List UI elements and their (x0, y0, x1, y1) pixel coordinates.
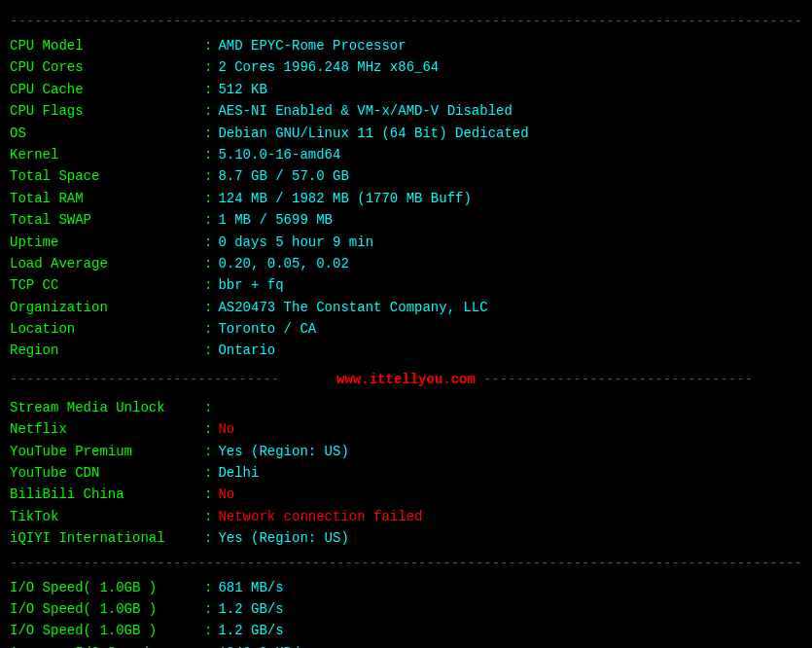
youtube-premium-colon: : (204, 441, 212, 462)
cpu-flags-value: AES-NI Enabled & VM-x/AMD-V Disabled (218, 100, 512, 122)
load-average-label: Load Average (10, 253, 204, 274)
total-ram-colon: : (204, 188, 212, 209)
youtube-cdn-row: YouTube CDN : Delhi (10, 462, 802, 484)
tcp-cc-value: bbr + fq (218, 274, 283, 296)
total-space-label: Total Space (10, 165, 204, 187)
netflix-label: Netflix (10, 418, 204, 440)
stream-media-section: Stream Media Unlock : Netflix : No YouTu… (10, 397, 802, 550)
youtube-cdn-value: Delhi (218, 462, 259, 484)
region-colon: : (204, 340, 212, 361)
cpu-cores-value: 2 Cores 1996.248 MHz x86_64 (218, 56, 439, 78)
cpu-model-value: AMD EPYC-Rome Processor (218, 35, 406, 56)
io-speed-2-row: I/O Speed( 1.0GB ) : 1.2 GB/s (10, 598, 802, 620)
bilibili-colon: : (204, 484, 212, 505)
kernel-value: 5.10.0-16-amd64 (218, 144, 340, 165)
uptime-row: Uptime : 0 days 5 hour 9 min (10, 232, 802, 253)
cpu-model-colon: : (204, 35, 212, 56)
total-swap-row: Total SWAP : 1 MB / 5699 MB (10, 209, 802, 231)
tcp-cc-row: TCP CC : bbr + fq (10, 274, 802, 296)
location-value: Toronto / CA (218, 318, 316, 340)
bilibili-label: BiliBili China (10, 484, 204, 505)
divider-top: ----------------------------------------… (10, 14, 802, 29)
io-speed-1-label: I/O Speed( 1.0GB ) (10, 577, 204, 598)
load-average-colon: : (204, 253, 212, 274)
os-label: OS (10, 123, 204, 144)
iqiyi-colon: : (204, 527, 212, 549)
io-speed-3-value: 1.2 GB/s (218, 620, 283, 641)
io-speed-section: I/O Speed( 1.0GB ) : 681 MB/s I/O Speed(… (10, 577, 802, 648)
iqiyi-value: Yes (Region: US) (218, 527, 348, 549)
divider-3: ----------------------------------------… (10, 556, 802, 571)
os-value: Debian GNU/Linux 11 (64 Bit) Dedicated (218, 123, 528, 144)
website-header: www.ittellyou.com (329, 372, 483, 387)
avg-io-speed-label: Average I/O Speed (10, 642, 204, 648)
terminal-output: ----------------------------------------… (10, 14, 802, 648)
youtube-cdn-colon: : (204, 462, 212, 484)
cpu-flags-row: CPU Flags : AES-NI Enabled & VM-x/AMD-V … (10, 100, 802, 122)
cpu-cache-label: CPU Cache (10, 79, 204, 100)
netflix-row: Netflix : No (10, 418, 802, 440)
organization-value: AS20473 The Constant Company, LLC (218, 297, 487, 318)
youtube-premium-value: Yes (Region: US) (218, 441, 348, 462)
cpu-model-row: CPU Model : AMD EPYC-Rome Processor (10, 35, 802, 56)
kernel-colon: : (204, 144, 212, 165)
divider-left: --------------------------------- (10, 372, 329, 387)
netflix-value: No (218, 418, 234, 440)
location-row: Location : Toronto / CA (10, 318, 802, 340)
cpu-cores-row: CPU Cores : 2 Cores 1996.248 MHz x86_64 (10, 56, 802, 78)
cpu-cache-colon: : (204, 79, 212, 100)
region-label: Region (10, 340, 204, 361)
load-average-row: Load Average : 0.20, 0.05, 0.02 (10, 253, 802, 274)
total-swap-label: Total SWAP (10, 209, 204, 231)
youtube-premium-row: YouTube Premium : Yes (Region: US) (10, 441, 802, 462)
io-speed-1-value: 681 MB/s (218, 577, 283, 598)
kernel-label: Kernel (10, 144, 204, 165)
youtube-cdn-label: YouTube CDN (10, 462, 204, 484)
cpu-cores-colon: : (204, 56, 212, 78)
stream-media-colon: : (204, 397, 212, 418)
total-space-row: Total Space : 8.7 GB / 57.0 GB (10, 165, 802, 187)
total-ram-row: Total RAM : 124 MB / 1982 MB (1770 MB Bu… (10, 188, 802, 209)
iqiyi-label: iQIYI International (10, 527, 204, 549)
tcp-cc-label: TCP CC (10, 274, 204, 296)
avg-io-speed-colon: : (204, 642, 212, 648)
total-ram-value: 124 MB / 1982 MB (1770 MB Buff) (218, 188, 471, 209)
location-colon: : (204, 318, 212, 340)
io-speed-3-colon: : (204, 620, 212, 641)
tiktok-label: TikTok (10, 506, 204, 527)
os-colon: : (204, 123, 212, 144)
iqiyi-row: iQIYI International : Yes (Region: US) (10, 527, 802, 549)
cpu-cache-row: CPU Cache : 512 KB (10, 79, 802, 100)
uptime-label: Uptime (10, 232, 204, 253)
bilibili-value: No (218, 484, 234, 505)
region-row: Region : Ontario (10, 340, 802, 361)
organization-row: Organization : AS20473 The Constant Comp… (10, 297, 802, 318)
divider-right: --------------------------------- (483, 372, 802, 387)
tiktok-colon: : (204, 506, 212, 527)
system-info-section: CPU Model : AMD EPYC-Rome Processor CPU … (10, 35, 802, 362)
load-average-value: 0.20, 0.05, 0.02 (218, 253, 348, 274)
cpu-cache-value: 512 KB (218, 79, 266, 100)
cpu-flags-colon: : (204, 100, 212, 122)
location-label: Location (10, 318, 204, 340)
total-swap-value: 1 MB / 5699 MB (218, 209, 333, 231)
stream-media-label: Stream Media Unlock (10, 397, 204, 418)
cpu-cores-label: CPU Cores (10, 56, 204, 78)
io-speed-1-row: I/O Speed( 1.0GB ) : 681 MB/s (10, 577, 802, 598)
avg-io-speed-row: Average I/O Speed : 1046.2 MB/s (10, 642, 802, 648)
divider-with-header: --------------------------------- www.it… (10, 368, 802, 391)
io-speed-2-value: 1.2 GB/s (218, 598, 283, 620)
io-speed-3-label: I/O Speed( 1.0GB ) (10, 620, 204, 641)
tiktok-row: TikTok : Network connection failed (10, 506, 802, 527)
region-value: Ontario (218, 340, 275, 361)
stream-media-header-row: Stream Media Unlock : (10, 397, 802, 418)
bilibili-row: BiliBili China : No (10, 484, 802, 505)
total-space-value: 8.7 GB / 57.0 GB (218, 165, 348, 187)
uptime-value: 0 days 5 hour 9 min (218, 232, 373, 253)
organization-label: Organization (10, 297, 204, 318)
total-ram-label: Total RAM (10, 188, 204, 209)
total-space-colon: : (204, 165, 212, 187)
youtube-premium-label: YouTube Premium (10, 441, 204, 462)
io-speed-1-colon: : (204, 577, 212, 598)
avg-io-speed-value: 1046.2 MB/s (218, 642, 307, 648)
